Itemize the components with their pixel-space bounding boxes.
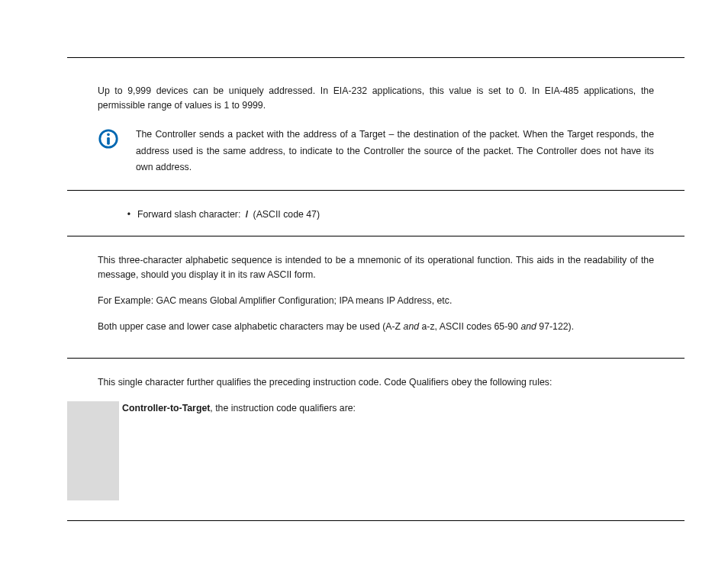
- qualifier-p2: From Controller-to-Target, the instructi…: [98, 401, 654, 416]
- qualifier-p1: This single character further qualifies …: [98, 375, 654, 390]
- note-block: The Controller sends a packet with the a…: [67, 127, 685, 190]
- bullet-marker: •: [121, 208, 137, 222]
- mnemonic-section: This three-character alphabetic sequence…: [67, 236, 685, 358]
- qualifier-section: This single character further qualifies …: [67, 359, 685, 416]
- bullet-item: • Forward slash character: / (ASCII code…: [121, 208, 654, 222]
- svg-point-1: [107, 134, 110, 137]
- mnemonic-p3: Both upper case and lower case alphabeti…: [98, 320, 654, 334]
- note-text: The Controller sends a packet with the a…: [136, 127, 654, 176]
- intro-paragraph: Up to 9,999 devices can be uniquely addr…: [67, 84, 685, 113]
- bullet-text: Forward slash character: / (ASCII code 4…: [137, 208, 654, 222]
- svg-rect-2: [107, 137, 110, 145]
- mnemonic-p1: This three-character alphabetic sequence…: [98, 253, 654, 282]
- bullet-prefix: Forward slash character:: [137, 209, 243, 220]
- bullet-block: • Forward slash character: / (ASCII code…: [67, 191, 685, 236]
- info-circle-icon: [98, 127, 136, 150]
- content-column: Up to 9,999 devices can be uniquely addr…: [67, 57, 685, 427]
- bullet-suffix: (ASCII code 47): [250, 209, 320, 220]
- grey-placeholder: [67, 401, 119, 500]
- top-rule: [67, 57, 685, 58]
- bottom-rule: [67, 520, 685, 521]
- mnemonic-p2: For Example: GAC means Global Amplifier …: [98, 294, 654, 308]
- document-page: Up to 9,999 devices can be uniquely addr…: [0, 0, 728, 563]
- slash-character: /: [243, 209, 250, 220]
